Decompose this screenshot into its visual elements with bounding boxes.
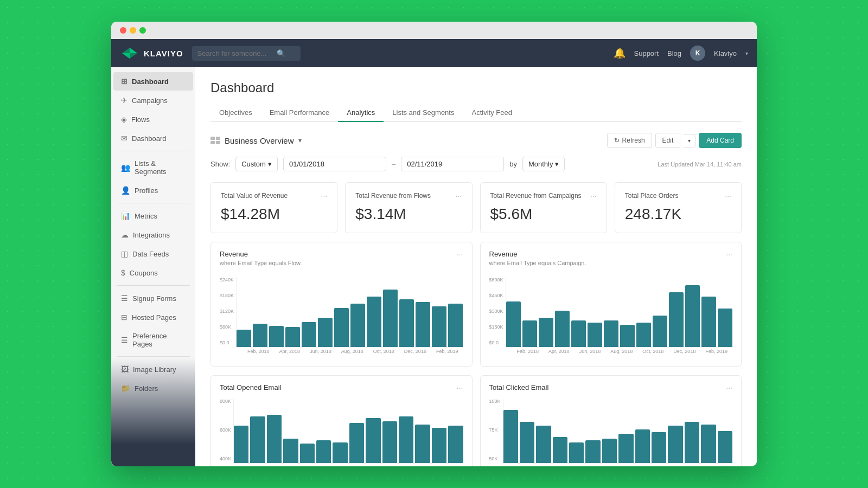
metric-menu-2[interactable]: ··· (456, 191, 462, 200)
date-from-input[interactable] (283, 157, 386, 171)
chart-title-campaign: Revenue (489, 250, 518, 259)
chart-subtitle-flow: where Email Type equals Flow. (220, 260, 463, 266)
last-updated: Last Updated Mar 14, 11:40 am (658, 161, 742, 168)
sidebar-item-flows[interactable]: ◈ Flows (113, 110, 193, 129)
tab-activity-feed[interactable]: Activity Feed (463, 104, 520, 122)
sidebar-item-label: Profiles (135, 187, 158, 195)
browser-dot-yellow[interactable] (130, 27, 136, 34)
panel-actions: ↻ Refresh Edit ▾ Add Card (607, 133, 742, 148)
bar (383, 290, 398, 347)
bar (585, 440, 600, 463)
chart-card-header: Total Opened Email ··· (220, 383, 463, 392)
search-input[interactable] (197, 49, 273, 57)
sidebar-item-label: Image Library (133, 365, 176, 374)
bar (588, 323, 602, 347)
metric-card-header: Total Revenue from Campaigns ··· (490, 191, 597, 200)
metric-menu-3[interactable]: ··· (590, 191, 597, 200)
metric-value-4: 248.17K (625, 206, 731, 223)
opened-y-axis: 800K 600K 400K (220, 399, 231, 464)
chart-title-opened: Total Opened Email (220, 383, 281, 392)
bar (382, 421, 397, 463)
coupons-icon: $ (121, 268, 125, 277)
sidebar-item-integrations[interactable]: ☁ Integrations (113, 226, 193, 244)
bar (539, 318, 553, 347)
tab-lists-segments[interactable]: Lists and Segments (384, 104, 463, 122)
sidebar-item-dashboard[interactable]: ⊞ Dashboard (113, 72, 193, 91)
bar (300, 444, 315, 463)
metric-card-flows: Total Revenue from Flows ··· $3.14M (345, 182, 472, 233)
search-icon: 🔍 (277, 49, 285, 57)
sidebar-item-label: Data Feeds (132, 250, 169, 258)
blog-link[interactable]: Blog (667, 49, 681, 57)
date-separator: – (392, 160, 395, 168)
show-bar: Show: Custom ▾ – by Monthly ▾ Last Updat… (210, 157, 742, 171)
tab-analytics[interactable]: Analytics (338, 104, 384, 122)
bar (602, 439, 617, 463)
chart-menu-2[interactable]: ··· (726, 250, 732, 259)
bar (685, 285, 700, 347)
sidebar-item-campaigns[interactable]: ✈ Campaigns (113, 91, 193, 110)
bar (653, 316, 667, 347)
metric-card-header: Total Place Orders ··· (625, 191, 731, 200)
chart-cards-row2: Total Opened Email ··· 800K 600K 400K (210, 375, 742, 466)
add-card-button[interactable]: Add Card (699, 133, 742, 148)
chart-title-flow: Revenue (220, 250, 248, 259)
sidebar-item-folders[interactable]: 📁 Folders (113, 379, 193, 397)
notification-icon[interactable]: 🔔 (614, 47, 626, 59)
sidebar: ⊞ Dashboard ✈ Campaigns ◈ Flows ✉ Dashbo… (111, 67, 195, 466)
chart-menu-4[interactable]: ··· (726, 383, 732, 392)
sidebar-divider-2 (117, 203, 190, 203)
edit-dropdown-button[interactable]: ▾ (684, 134, 695, 147)
bar (701, 297, 716, 347)
user-menu[interactable]: Klaviyo (714, 49, 737, 57)
bar (718, 309, 732, 347)
opened-chart-area: 800K 600K 400K (220, 393, 463, 466)
tab-email-performance[interactable]: Email Performance (261, 104, 339, 122)
search-bar[interactable]: 🔍 (192, 46, 301, 61)
page-title: Dashboard (210, 80, 742, 95)
support-link[interactable]: Support (634, 49, 659, 57)
sidebar-item-email-templates[interactable]: ✉ Dashboard (113, 129, 193, 147)
refresh-button[interactable]: ↻ Refresh (607, 133, 652, 148)
sidebar-item-profiles[interactable]: 👤 Profiles (113, 181, 193, 200)
email-templates-icon: ✉ (121, 134, 127, 143)
sidebar-item-image-library[interactable]: 🖼 Image Library (113, 360, 193, 378)
sidebar-divider-1 (117, 151, 190, 151)
browser-dot-red[interactable] (120, 27, 126, 34)
preference-pages-icon: ☰ (121, 336, 128, 344)
edit-button[interactable]: Edit (655, 133, 681, 148)
refresh-icon: ↻ (614, 137, 620, 144)
chart-card-header: Revenue ··· (489, 250, 733, 259)
sidebar-item-hosted-pages[interactable]: ⊟ Hosted Pages (113, 308, 193, 326)
date-to-input[interactable] (401, 157, 504, 171)
sidebar-item-preference-pages[interactable]: ☰ Preference Pages (113, 327, 193, 353)
metric-menu-4[interactable]: ··· (725, 191, 731, 200)
sidebar-item-signup-forms[interactable]: ☰ Signup Forms (113, 289, 193, 307)
chart-menu-1[interactable]: ··· (457, 250, 463, 259)
user-avatar[interactable]: K (690, 46, 705, 61)
metric-card-revenue: Total Value of Revenue ··· $14.28M (210, 182, 337, 233)
top-nav: KLAVIYO 🔍 🔔 Support Blog K Klaviyo ▾ (111, 39, 757, 67)
sidebar-item-lists-segments[interactable]: 👥 Lists & Segments (113, 155, 193, 181)
panel-title-dropdown[interactable]: ▾ (298, 137, 302, 144)
tab-objectives[interactable]: Objectives (210, 104, 261, 122)
metric-menu-1[interactable]: ··· (321, 191, 328, 200)
bar (635, 429, 650, 463)
data-feeds-icon: ◫ (121, 249, 128, 258)
chart-menu-3[interactable]: ··· (457, 383, 463, 392)
period-select[interactable]: Monthly ▾ (522, 157, 565, 171)
lists-icon: 👥 (121, 163, 130, 172)
metric-card-orders: Total Place Orders ··· 248.17K (615, 182, 742, 233)
range-select[interactable]: Custom ▾ (235, 157, 278, 171)
browser-dot-green[interactable] (139, 27, 146, 34)
bar (701, 425, 716, 463)
metric-card-header: Total Value of Revenue ··· (221, 191, 327, 200)
sidebar-item-metrics[interactable]: 📊 Metrics (113, 207, 193, 225)
flow-bars (236, 277, 463, 348)
sidebar-item-coupons[interactable]: $ Coupons (113, 264, 193, 282)
campaign-chart: $600K $450K $300K $150K $0.0 (489, 272, 733, 348)
sidebar-item-data-feeds[interactable]: ◫ Data Feeds (113, 245, 193, 263)
tabs: Objectives Email Performance Analytics L… (210, 104, 742, 122)
sidebar-item-label: Integrations (133, 231, 170, 239)
user-dropdown-icon[interactable]: ▾ (745, 50, 748, 56)
